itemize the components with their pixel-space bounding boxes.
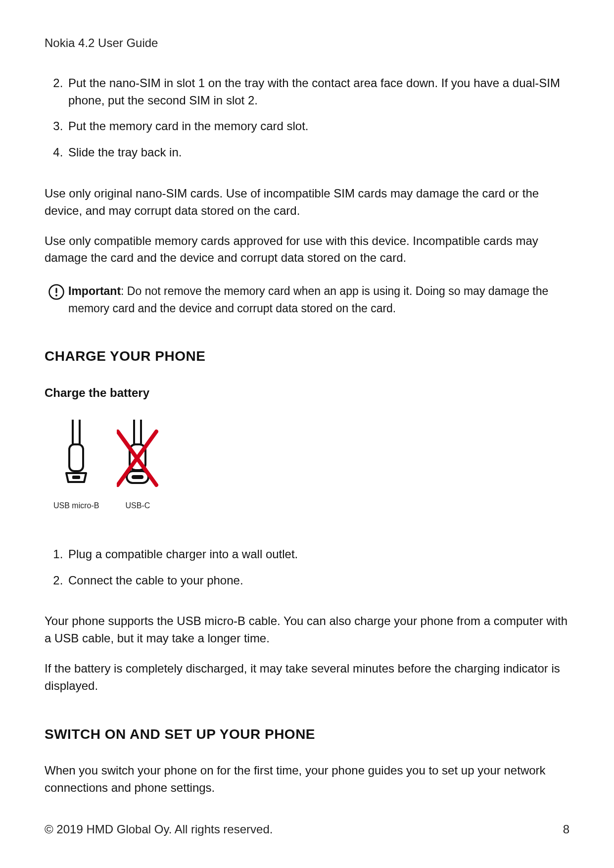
charge-steps-list: Plug a compatible charger into a wall ou…: [45, 546, 569, 589]
note-label: Important: [68, 285, 121, 297]
important-note: Important: Do not remove the memory card…: [45, 283, 569, 317]
doc-title: Nokia 4.2 User Guide: [45, 35, 569, 52]
svg-point-2: [55, 294, 57, 296]
page: Nokia 4.2 User Guide Put the nano-SIM in…: [0, 0, 614, 868]
page-footer: © 2019 HMD Global Oy. All rights reserve…: [45, 821, 569, 838]
svg-rect-3: [69, 444, 83, 471]
section-charge: CHARGE YOUR PHONE: [45, 346, 569, 367]
note-body: Important: Do not remove the memory card…: [68, 283, 569, 317]
usb-c-icon: [117, 420, 158, 494]
usb-c-connector: USB-C: [117, 420, 158, 511]
usb-micro-b-connector: USB micro-B: [53, 420, 99, 511]
list-item: Connect the cable to your phone.: [66, 572, 569, 589]
svg-rect-7: [132, 475, 143, 479]
section-switch-on: SWITCH ON AND SET UP YOUR PHONE: [45, 724, 569, 745]
copyright: © 2019 HMD Global Oy. All rights reserve…: [45, 821, 273, 838]
sim-steps-list: Put the nano-SIM in slot 1 on the tray w…: [45, 75, 569, 161]
page-number: 8: [563, 821, 569, 838]
connector-label: USB micro-B: [53, 500, 99, 511]
charge-paragraph-2: If the battery is completely discharged,…: [45, 660, 569, 695]
connector-label: USB-C: [126, 500, 150, 511]
subsection-charge-battery: Charge the battery: [45, 385, 569, 402]
connector-figure: USB micro-B USB-C: [53, 420, 569, 511]
list-item: Put the nano-SIM in slot 1 on the tray w…: [66, 75, 569, 109]
list-item: Plug a compatible charger into a wall ou…: [66, 546, 569, 563]
list-item: Slide the tray back in.: [66, 144, 569, 161]
switch-intro: When you switch your phone on for the fi…: [45, 762, 569, 797]
list-item: Put the memory card in the memory card s…: [66, 118, 569, 135]
usb-micro-b-icon: [55, 420, 97, 494]
sim-warning: Use only original nano-SIM cards. Use of…: [45, 185, 569, 220]
warning-icon: [45, 284, 68, 300]
charge-paragraph-1: Your phone supports the USB micro-B cabl…: [45, 613, 569, 647]
svg-rect-1: [55, 288, 57, 293]
memory-warning: Use only compatible memory cards approve…: [45, 233, 569, 267]
svg-rect-4: [72, 476, 80, 479]
note-text: : Do not remove the memory card when an …: [68, 285, 548, 315]
